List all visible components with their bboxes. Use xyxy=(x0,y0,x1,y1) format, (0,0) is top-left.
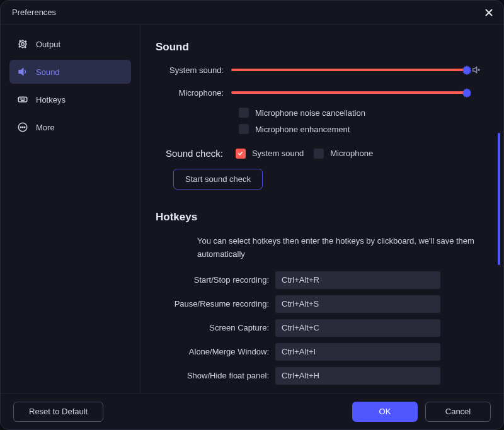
keyboard-icon xyxy=(17,94,28,105)
system-sound-slider-wrap xyxy=(231,65,482,75)
close-button[interactable] xyxy=(482,6,496,20)
microphone-slider[interactable] xyxy=(231,91,466,94)
body: Output Sound Hotkeys More xyxy=(1,25,503,393)
hotkey-input-alone-merge[interactable] xyxy=(275,343,440,361)
sound-heading: Sound xyxy=(156,41,482,54)
sidebar-item-label: Output xyxy=(36,40,60,49)
microphone-slider-wrap xyxy=(231,88,482,98)
sound-icon xyxy=(17,66,28,77)
system-sound-label: System sound: xyxy=(156,65,231,75)
sidebar-item-sound[interactable]: Sound xyxy=(9,60,131,84)
hotkeys-intro: You can select hotkeys then enter the ho… xyxy=(197,235,482,261)
sound-check-label: Sound check: xyxy=(166,148,226,159)
mic-enhance-row: Microphone enhancement xyxy=(239,124,482,134)
svg-point-3 xyxy=(21,99,22,99)
microphone-thumb[interactable] xyxy=(462,88,472,98)
svg-point-2 xyxy=(20,99,21,99)
sc-mic-label: Microphone xyxy=(330,149,373,158)
reset-to-default-button[interactable]: Reset to Default xyxy=(13,402,103,422)
hotkey-label: Show/Hide float panel: xyxy=(156,371,275,380)
mic-options: Microphone noise cancellation Microphone… xyxy=(239,108,482,134)
hotkey-label: Alone/Merge Window: xyxy=(156,347,275,356)
hotkey-label: Pause/Resume recording: xyxy=(156,299,275,308)
hotkey-row: Show/Hide float panel: xyxy=(156,367,482,385)
mic-noise-row: Microphone noise cancellation xyxy=(239,108,482,118)
hotkey-input-pause-resume[interactable] xyxy=(275,295,440,313)
sidebar-item-output[interactable]: Output xyxy=(9,32,131,56)
sidebar-item-label: More xyxy=(36,123,55,132)
sc-system-checkbox[interactable] xyxy=(236,149,246,159)
hotkey-row: Pause/Resume recording: xyxy=(156,295,482,313)
microphone-label: Microphone: xyxy=(156,88,231,98)
system-sound-row: System sound: xyxy=(156,65,482,75)
start-sound-check-button[interactable]: Start sound check xyxy=(173,169,263,190)
sidebar-item-label: Sound xyxy=(36,67,60,77)
sidebar-item-more[interactable]: More xyxy=(9,115,131,139)
hotkey-row: Start/Stop recording: xyxy=(156,271,482,289)
cancel-button[interactable]: Cancel xyxy=(425,402,491,422)
ok-button[interactable]: OK xyxy=(352,402,418,422)
svg-point-4 xyxy=(23,99,23,99)
check-icon xyxy=(237,150,244,157)
svg-point-10 xyxy=(24,127,25,128)
mic-noise-label: Microphone noise cancellation xyxy=(255,108,365,118)
svg-point-0 xyxy=(21,43,25,46)
window-title: Preferences xyxy=(12,8,56,17)
more-icon xyxy=(17,122,28,133)
svg-point-9 xyxy=(22,127,23,128)
sidebar-item-label: Hotkeys xyxy=(36,95,66,105)
sc-system-label: System sound xyxy=(252,149,304,158)
sc-mic-row: Microphone xyxy=(314,149,373,159)
sidebar-item-hotkeys[interactable]: Hotkeys xyxy=(9,88,131,111)
footer: Reset to Default OK Cancel xyxy=(1,393,503,429)
system-sound-thumb[interactable] xyxy=(462,65,472,75)
sc-system-row: System sound xyxy=(236,149,304,159)
svg-point-5 xyxy=(25,99,25,99)
microphone-row: Microphone: xyxy=(156,88,482,98)
sound-check-row: Sound check: System sound Microphone xyxy=(156,148,482,159)
sc-mic-checkbox[interactable] xyxy=(314,149,324,159)
hotkey-row: Screen Capture: xyxy=(156,319,482,337)
volume-up-icon[interactable] xyxy=(471,65,482,75)
system-sound-slider[interactable] xyxy=(231,69,466,71)
restore-hotkeys-link[interactable]: Restore Hotkeys xyxy=(156,391,454,393)
mic-enhance-checkbox[interactable] xyxy=(239,124,249,134)
hotkey-input-float-panel[interactable] xyxy=(275,367,440,385)
hotkey-input-start-stop[interactable] xyxy=(275,271,440,289)
mic-noise-checkbox[interactable] xyxy=(239,108,249,118)
titlebar: Preferences xyxy=(1,1,503,25)
content: Sound System sound: xyxy=(140,25,503,393)
close-icon xyxy=(484,8,493,17)
output-icon xyxy=(17,38,28,50)
preferences-window: Preferences Output Sound xyxy=(0,0,504,430)
hotkey-label: Screen Capture: xyxy=(156,323,275,332)
hotkey-label: Start/Stop recording: xyxy=(156,275,275,285)
svg-point-8 xyxy=(20,127,21,128)
hotkey-input-screen-capture[interactable] xyxy=(275,319,440,337)
hotkey-row: Alone/Merge Window: xyxy=(156,343,482,361)
hotkeys-heading: Hotkeys xyxy=(156,211,482,223)
mic-enhance-label: Microphone enhancement xyxy=(255,125,350,134)
content-wrap: Sound System sound: xyxy=(140,25,503,393)
sidebar: Output Sound Hotkeys More xyxy=(1,25,140,393)
